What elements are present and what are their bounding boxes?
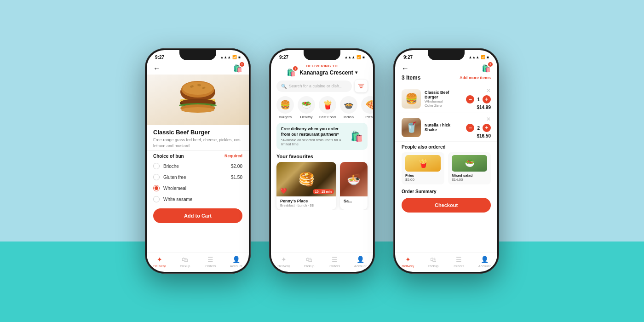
nav-orders-label-2: Orders bbox=[329, 264, 340, 268]
qty-row-shake: − 2 + bbox=[466, 124, 491, 132]
phone-3: 9:27 ▲▲▲ 📶 ■ ← 🛍️ 3 3 Items Add more ite… bbox=[393, 48, 499, 274]
nav-pickup-2[interactable]: 🛍 Pickup bbox=[297, 256, 322, 268]
cart-button-1[interactable]: 🛍️ 2 bbox=[233, 64, 242, 73]
filter-button[interactable] bbox=[355, 80, 368, 92]
cart-header: ← 🛍️ 3 bbox=[395, 62, 497, 75]
nav-orders-label-1: Orders bbox=[205, 264, 216, 268]
radio-whitesesame[interactable] bbox=[153, 196, 160, 202]
header-cart-2[interactable]: 🛍️ 3 bbox=[287, 68, 296, 77]
option-price-glutenfree: $1.50 bbox=[231, 175, 242, 180]
cart-badge-2: 3 bbox=[293, 66, 298, 71]
restaurant-info-pennys: Penny's Place Breakfast · Lunch · $$ bbox=[276, 196, 336, 210]
radio-glutenfree[interactable] bbox=[153, 174, 160, 180]
nav-delivery-2[interactable]: ✦ Delivery bbox=[271, 256, 297, 268]
nav-account-label-2: Account bbox=[354, 264, 367, 268]
back-button-3[interactable]: ← bbox=[402, 64, 409, 73]
healthy-icon: 🥗 bbox=[298, 96, 315, 114]
delivery-icon-1: ✦ bbox=[157, 256, 162, 263]
nav-delivery-3[interactable]: ✦ Delivery bbox=[395, 256, 421, 268]
delivering-label: DELIVERING TO bbox=[277, 64, 367, 68]
cart-item-name-shake: Nutella Thick Shake bbox=[425, 123, 462, 132]
svg-rect-14 bbox=[360, 87, 362, 88]
cart-icon-3[interactable]: 🛍️ 3 bbox=[482, 64, 491, 73]
cart-badge-3: 3 bbox=[488, 62, 493, 67]
cart-item-burger: 🍔 Classic Beef Burger Wholemeal Coke Zer… bbox=[395, 85, 497, 113]
svg-point-11 bbox=[181, 107, 214, 113]
bottom-nav-2: ✦ Delivery 🛍 Pickup ☰ Orders 👤 Account bbox=[271, 253, 373, 272]
bottom-nav-1: ✦ Delivery 🛍 Pickup ☰ Orders 👤 Account bbox=[147, 253, 249, 272]
time-badge-pennys: 10 - 15 min bbox=[313, 189, 334, 194]
option-gluten-free[interactable]: Gluten free $1.50 bbox=[147, 172, 249, 183]
signal-icon-1: ▲▲▲ bbox=[220, 55, 231, 59]
option-brioche[interactable]: Brioche $2.00 bbox=[147, 161, 249, 172]
categories-row: 🍔 Burgers 🥗 Healthy 🍟 Fast Food 🍲 Indian… bbox=[271, 96, 373, 123]
category-pizza[interactable]: 🍕 Pizza bbox=[361, 96, 373, 119]
checkout-button[interactable]: Checkout bbox=[402, 198, 491, 213]
restaurant-card-pennys[interactable]: 🥞 10 - 15 min ❤️ Penny's Place Breakfast… bbox=[276, 162, 336, 210]
search-bar[interactable]: 🔍 Search for a cuisine or dish... bbox=[276, 80, 352, 92]
increase-burger[interactable]: + bbox=[483, 95, 491, 104]
product-info: Classic Beef Burger Free-range grass fed… bbox=[147, 125, 249, 150]
delivery-icon-3: ✦ bbox=[405, 256, 411, 263]
time-2: 9:27 bbox=[279, 55, 288, 60]
fastfood-label: Fast Food bbox=[319, 115, 336, 119]
suggested-salad[interactable]: 🥗 Mixed salad $14.00 bbox=[448, 152, 491, 184]
option-label-wholemeal: Wholemeal bbox=[163, 186, 186, 191]
nav-account-1[interactable]: 👤 Account bbox=[224, 256, 249, 268]
category-burgers[interactable]: 🍔 Burgers bbox=[276, 96, 294, 119]
cart-item-info-burger: Classic Beef Burger Wholemeal Coke Zero bbox=[425, 90, 462, 108]
svg-rect-12 bbox=[358, 84, 364, 85]
nav-account-label-3: Account bbox=[478, 264, 491, 268]
heart-icon-pennys[interactable]: ❤️ bbox=[280, 188, 287, 194]
pizza-icon: 🍕 bbox=[361, 96, 373, 114]
back-button-1[interactable]: ← bbox=[153, 64, 161, 73]
home-header: DELIVERING TO 🛍️ 3 Kananagra Crescent ▾ bbox=[271, 62, 373, 80]
suggested-fries[interactable]: 🍟 Fries $5.00 bbox=[402, 152, 444, 184]
nav-delivery-1[interactable]: ✦ Delivery bbox=[147, 256, 172, 268]
increase-shake[interactable]: + bbox=[483, 124, 491, 132]
remove-shake[interactable]: ✕ bbox=[486, 116, 491, 122]
signal-icon-3: ▲▲▲ bbox=[468, 55, 479, 59]
battery-icon-2: ■ bbox=[362, 55, 365, 59]
notch-3 bbox=[428, 50, 465, 60]
category-fastfood[interactable]: 🍟 Fast Food bbox=[319, 96, 336, 119]
option-label-whitesesame: White sesame bbox=[163, 197, 192, 202]
order-summary: Order Summary bbox=[395, 186, 497, 195]
radio-wholemeal[interactable] bbox=[153, 185, 160, 191]
restaurant-cards: 🥞 10 - 15 min ❤️ Penny's Place Breakfast… bbox=[271, 162, 373, 210]
location-chevron[interactable]: ▾ bbox=[355, 70, 357, 75]
restaurant-name-2: Sa... bbox=[344, 199, 364, 203]
decrease-shake[interactable]: − bbox=[466, 124, 474, 132]
status-icons-2: ▲▲▲ 📶 ■ bbox=[344, 55, 365, 59]
restaurant-card-2[interactable]: 🍜 Sa... bbox=[340, 162, 368, 210]
nav-account-2[interactable]: 👤 Account bbox=[348, 256, 374, 268]
pizza-label: Pizza bbox=[365, 115, 373, 119]
category-indian[interactable]: 🍲 Indian bbox=[340, 96, 357, 119]
add-to-cart-button[interactable]: Add to Cart bbox=[153, 208, 242, 223]
option-wholemeal[interactable]: Wholemeal bbox=[147, 183, 249, 194]
location-text: Kananagra Crescent bbox=[299, 69, 353, 76]
nav-pickup-3[interactable]: 🛍 Pickup bbox=[421, 256, 447, 268]
account-icon-2: 👤 bbox=[356, 256, 364, 263]
remove-burger[interactable]: ✕ bbox=[486, 87, 491, 94]
nav-pickup-1[interactable]: 🛍 Pickup bbox=[172, 256, 198, 268]
add-more-items[interactable]: Add more items bbox=[460, 75, 491, 80]
option-white-sesame[interactable]: White sesame bbox=[147, 194, 249, 205]
promo-emoji: 🛍️ bbox=[351, 131, 363, 143]
nav-orders-2[interactable]: ☰ Orders bbox=[322, 256, 348, 268]
filter-icon bbox=[358, 83, 364, 89]
decrease-burger[interactable]: − bbox=[466, 95, 474, 104]
restaurant-info-2: Sa... bbox=[340, 196, 368, 206]
salad-name: Mixed salad bbox=[452, 173, 487, 178]
pickup-icon-2: 🛍 bbox=[306, 256, 312, 263]
nav-orders-label-3: Orders bbox=[454, 264, 464, 268]
nav-orders-3[interactable]: ☰ Orders bbox=[446, 256, 472, 268]
cart-badge-1: 2 bbox=[240, 62, 244, 67]
battery-icon-3: ■ bbox=[487, 55, 489, 59]
fastfood-icon: 🍟 bbox=[319, 96, 336, 114]
category-healthy[interactable]: 🥗 Healthy bbox=[298, 96, 315, 119]
radio-brioche[interactable] bbox=[153, 163, 160, 169]
nav-account-3[interactable]: 👤 Account bbox=[472, 256, 498, 268]
nav-orders-1[interactable]: ☰ Orders bbox=[198, 256, 224, 268]
healthy-label: Healthy bbox=[300, 115, 312, 119]
